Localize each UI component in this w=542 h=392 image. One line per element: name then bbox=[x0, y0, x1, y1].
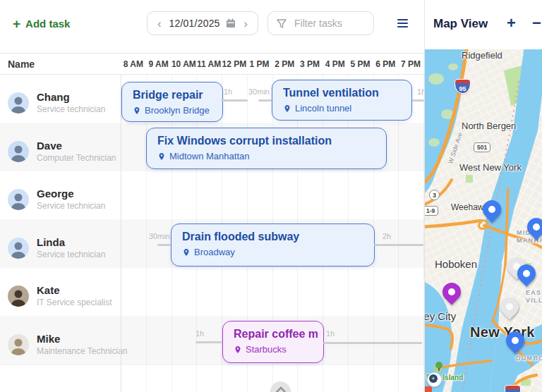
plus-icon: + bbox=[13, 17, 20, 30]
task-location-label: Starbucks bbox=[246, 344, 287, 355]
add-task-label: Add task bbox=[25, 18, 70, 30]
map-pin-dot bbox=[447, 287, 457, 297]
toolbar: + Add task ‹ 12/01/2025 › bbox=[0, 0, 424, 53]
time-slot-label: 11 AM bbox=[196, 54, 222, 75]
resource-name: Dave bbox=[37, 140, 62, 152]
map-canvas[interactable]: RidgefieldNorth BergenWest New YorkWeeha… bbox=[425, 49, 542, 392]
travel-duration-label: 1h bbox=[195, 329, 204, 338]
time-slot-label: 8 AM bbox=[121, 54, 146, 75]
task-title: Repair coffee machine bbox=[234, 328, 318, 341]
map-header: Map View + − bbox=[425, 0, 542, 49]
dispatch-scheduler-app: ChangService technicianDaveComputer Tech… bbox=[0, 0, 542, 392]
task-title: Fix Windows corrupt installation bbox=[157, 135, 380, 147]
timeline-header: Name 8 AM9 AM10 AM11 AM12 PM1 PM2 PM3 PM… bbox=[0, 53, 424, 75]
task-card[interactable]: Tunnel ventilationLincoln tunnel bbox=[272, 80, 412, 121]
map-zoom-out-button[interactable]: − bbox=[531, 13, 542, 34]
task-location-label: Midtown Manhattan bbox=[169, 151, 249, 161]
map-place-label: EAST VILLAGE bbox=[526, 289, 542, 305]
map-place-label: Hoboken bbox=[435, 258, 477, 270]
filter-tasks-input[interactable] bbox=[293, 17, 363, 30]
time-slot-label: 4 PM bbox=[323, 54, 348, 75]
avatar bbox=[8, 189, 29, 210]
time-slot-label: 3 PM bbox=[297, 54, 323, 75]
location-pin-icon bbox=[133, 106, 141, 115]
map-pin-dot bbox=[487, 204, 497, 214]
map-view-title: Map View bbox=[433, 17, 488, 31]
avatar bbox=[8, 238, 29, 259]
avatar bbox=[8, 286, 29, 307]
map-zoom-in-button[interactable]: + bbox=[505, 13, 517, 34]
resource-role: Maintenance Technician bbox=[37, 346, 128, 356]
travel-duration-line bbox=[221, 99, 248, 102]
task-location: Brooklyn Bridge bbox=[133, 105, 217, 116]
date-value[interactable]: 12/01/2025 bbox=[169, 18, 220, 29]
task-title: Tunnel ventilation bbox=[283, 87, 406, 99]
time-slot-label: 6 PM bbox=[373, 54, 399, 75]
task-location-label: Broadway bbox=[194, 247, 235, 257]
map-place-label: DUMBO bbox=[516, 355, 542, 362]
map-place-label: North Bergen bbox=[462, 121, 516, 131]
travel-duration-line bbox=[157, 244, 171, 246]
task-card[interactable]: Repair coffee machineStarbucks bbox=[222, 321, 324, 363]
resource-name: George bbox=[37, 188, 74, 200]
map-pin-dot bbox=[510, 336, 520, 345]
task-location: Midtown Manhattan bbox=[157, 151, 380, 161]
task-title: Bridge repair bbox=[133, 89, 217, 102]
resource-role: Service technician bbox=[37, 201, 105, 211]
time-slot-label: 7 PM bbox=[398, 54, 423, 75]
map-place-label: New York bbox=[470, 324, 535, 341]
task-location: Broadway bbox=[182, 247, 368, 257]
location-pin-icon bbox=[182, 248, 191, 257]
task-card[interactable]: Bridge repairBrooklyn Bridge bbox=[121, 82, 223, 122]
map-locate-button[interactable]: + bbox=[427, 372, 442, 387]
resource-name: Chang bbox=[37, 91, 70, 103]
time-slot-label: 10 AM bbox=[171, 54, 197, 75]
road-shield: 1-9 bbox=[425, 206, 438, 216]
task-location: Lincoln tunnel bbox=[283, 103, 406, 114]
map-pin-dot bbox=[505, 302, 514, 312]
task-card[interactable]: Drain flooded subwayBroadway bbox=[171, 223, 375, 267]
road-shield: 3 bbox=[429, 190, 440, 200]
menu-icon[interactable] bbox=[397, 19, 408, 27]
map-place-label: Ridgefield bbox=[462, 50, 502, 61]
map-panel: Map View + − bbox=[424, 0, 542, 392]
resource-name: Kate bbox=[37, 284, 60, 296]
travel-duration-label: 2h bbox=[383, 232, 391, 240]
location-pin-icon bbox=[283, 104, 291, 113]
time-slot-label: 2 PM bbox=[272, 54, 298, 75]
name-column-header: Name bbox=[8, 59, 35, 70]
task-title: Drain flooded subway bbox=[182, 231, 368, 243]
resource-role: IT Service specialist bbox=[37, 298, 112, 307]
time-slot-label: 12 PM bbox=[222, 54, 247, 75]
avatar bbox=[8, 334, 29, 355]
next-day-button[interactable]: › bbox=[242, 18, 249, 30]
avatar bbox=[8, 141, 29, 162]
filter-box bbox=[267, 11, 374, 35]
travel-duration-label: 1h bbox=[224, 87, 232, 96]
resource-name: Linda bbox=[37, 236, 65, 248]
travel-duration-label: 1h bbox=[326, 329, 335, 338]
resource-role: Service technician bbox=[37, 250, 105, 259]
map-place-label: Jersey City bbox=[425, 310, 456, 322]
resource-row: GeorgeService technician bbox=[0, 171, 424, 220]
resource-name: Mike bbox=[37, 333, 60, 345]
resource-role: Computer Technician bbox=[37, 153, 116, 163]
filter-funnel-icon bbox=[277, 19, 287, 28]
task-location-label: Lincoln tunnel bbox=[295, 103, 351, 114]
date-navigator: ‹ 12/01/2025 › bbox=[147, 11, 258, 35]
add-task-button[interactable]: + Add task bbox=[13, 17, 70, 30]
task-card[interactable]: Fix Windows corrupt installationMidtown … bbox=[146, 128, 387, 169]
calendar-icon[interactable] bbox=[226, 18, 236, 28]
travel-duration-label: 30min bbox=[149, 232, 170, 240]
map-pin-dot bbox=[531, 222, 541, 232]
prev-day-button[interactable]: ‹ bbox=[156, 18, 163, 30]
travel-duration-line bbox=[374, 244, 423, 246]
map-place-label: West New York bbox=[459, 162, 522, 173]
task-location: Starbucks bbox=[234, 344, 318, 355]
travel-duration-label: 30min bbox=[248, 87, 270, 96]
road-shield: 278 bbox=[505, 385, 521, 392]
travel-duration-line bbox=[412, 99, 424, 102]
travel-duration-line bbox=[258, 99, 272, 102]
time-slot-label: 9 AM bbox=[146, 54, 171, 75]
time-slot-label: 5 PM bbox=[348, 54, 373, 75]
